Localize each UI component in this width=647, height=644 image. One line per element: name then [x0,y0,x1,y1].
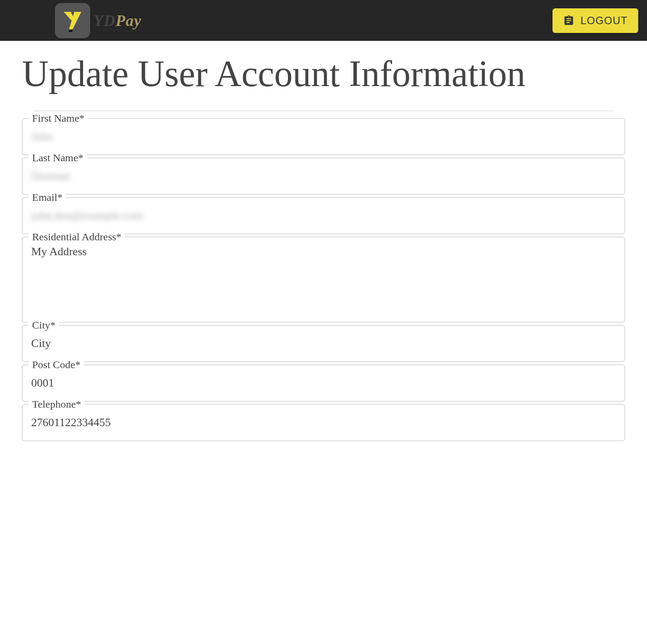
city-field-container: City* [22,325,625,362]
telephone-input[interactable] [31,416,616,429]
divider [34,111,613,111]
ydpay-icon [60,8,85,33]
post-code-input[interactable] [31,376,616,390]
post-code-label: Post Code* [29,359,84,371]
first-name-label: First Name* [29,112,88,124]
main-content: Update User Account Information First Na… [0,41,647,452]
city-label: City* [29,319,59,331]
telephone-field-container: Telephone* [22,404,625,441]
clipboard-icon [563,15,574,26]
first-name-field-container: First Name* [22,118,625,155]
city-input[interactable] [31,337,616,350]
email-field-container: Email* [22,197,625,234]
email-input[interactable] [31,209,616,222]
last-name-field-container: Last Name* [22,158,625,195]
brand-logo[interactable]: YDPay [55,3,142,38]
residential-address-field-container: Residential Address* [22,237,625,322]
residential-address-label: Residential Address* [29,231,125,243]
logout-label: LOGOUT [581,14,628,27]
main-header: YDPay LOGOUT [0,0,647,41]
last-name-label: Last Name* [29,152,87,164]
page-title: Update User Account Information [22,50,625,98]
email-label: Email* [29,192,66,203]
first-name-input[interactable] [31,130,616,143]
last-name-input[interactable] [31,170,616,183]
residential-address-input[interactable] [31,245,616,311]
brand-name: YDPay [94,11,142,30]
telephone-label: Telephone* [29,398,85,410]
logout-button[interactable]: LOGOUT [552,8,638,33]
brand-logo-icon [55,3,90,38]
post-code-field-container: Post Code* [22,365,625,402]
svg-marker-2 [69,29,73,32]
